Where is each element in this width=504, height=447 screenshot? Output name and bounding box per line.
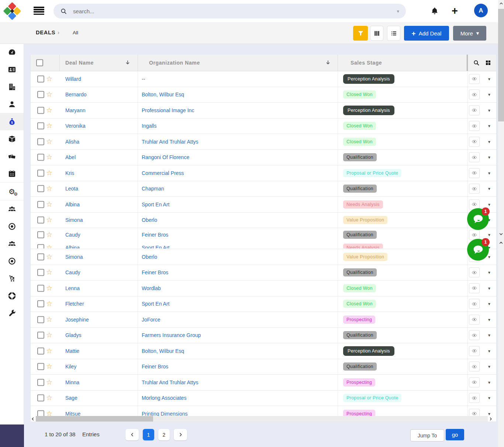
sort-arrow-organization-icon[interactable] [325,60,331,66]
row-checkbox[interactable] [37,316,44,323]
row-checkbox[interactable] [37,91,44,98]
row-actions-caret-icon[interactable]: ▼ [487,140,491,144]
hscroll-track[interactable] [36,416,488,422]
organization-link[interactable]: Oberlo [142,254,157,260]
app-logo[interactable] [4,3,21,20]
scroll-chevron-down-icon[interactable] [498,231,504,237]
organization-link[interactable]: JoForce [142,317,160,323]
organization-link[interactable]: Sport En Art [142,301,169,307]
row-checkbox[interactable] [37,201,44,208]
eye-icon[interactable] [469,152,480,162]
sidebar-item-cart[interactable] [0,270,24,287]
row-checkbox[interactable] [37,332,44,339]
organization-link[interactable]: Truhlar And Truhlar Attys [142,379,199,385]
deal-link[interactable]: Caudy [65,269,80,275]
column-header-organization-name[interactable]: Organization Name [149,60,200,66]
row-checkbox[interactable] [37,244,44,249]
user-avatar[interactable]: A [474,4,488,17]
horizontal-scrollbar[interactable] [31,416,493,422]
vscroll-up-arrow-icon[interactable] [498,1,504,6]
sidebar-item-users-group[interactable] [0,200,24,218]
star-icon[interactable]: ☆ [46,216,52,223]
deal-link[interactable]: Minna [65,379,79,385]
row-checkbox[interactable] [37,217,44,224]
star-icon[interactable]: ☆ [46,253,52,260]
eye-icon[interactable] [469,314,480,324]
star-icon[interactable]: ☆ [46,394,52,401]
row-checkbox[interactable] [37,75,44,82]
star-icon[interactable]: ☆ [46,331,52,338]
sidebar-item-products[interactable] [0,130,24,148]
hscroll-left-arrow-icon[interactable] [31,416,35,422]
column-header-deal-name[interactable]: Deal Name [65,60,94,66]
row-checkbox[interactable] [37,253,44,260]
sort-arrow-deal-icon[interactable] [125,60,131,66]
previous-page-button[interactable] [125,429,139,440]
row-checkbox[interactable] [37,138,44,145]
eye-icon[interactable] [469,121,480,131]
eye-icon[interactable] [469,377,480,387]
vertical-scrollbar[interactable] [498,0,504,447]
sidebar-item-settings-gears[interactable]: ⚙⚙ [0,182,24,200]
organization-link[interactable]: Sport En Art [142,245,169,248]
sidebar-item-calendar[interactable] [0,165,24,182]
sidebar-item-target[interactable] [0,218,24,235]
sidebar-item-organizations[interactable] [0,78,24,96]
row-actions-caret-icon[interactable]: ▼ [487,187,491,191]
grid-view-icon[interactable] [485,59,491,66]
next-page-button[interactable] [174,429,187,440]
more-button[interactable]: More ▾ [453,26,486,41]
row-actions-caret-icon[interactable]: ▼ [487,93,491,97]
deal-link[interactable]: Albina [65,202,80,207]
row-actions-caret-icon[interactable]: ▼ [487,233,491,237]
row-actions-caret-icon[interactable]: ▼ [487,333,491,337]
deal-link[interactable]: Caudy [65,232,80,238]
deal-link[interactable]: Lenna [65,285,80,291]
eye-icon[interactable] [469,283,480,293]
filter-button[interactable] [353,26,368,41]
deal-link[interactable]: Maryann [65,107,85,113]
star-icon[interactable]: ☆ [46,244,52,248]
row-checkbox[interactable] [37,395,44,402]
organization-link[interactable]: Truhlar And Truhlar Attys [142,139,199,145]
row-checkbox[interactable] [37,285,44,292]
notifications-bell-icon[interactable] [430,6,439,16]
deal-link[interactable]: Abel [65,154,76,160]
search-scope-caret-icon[interactable]: ▾ [397,8,399,14]
row-actions-caret-icon[interactable]: ▼ [487,412,491,416]
deal-link[interactable]: Mattie [65,348,79,354]
scroll-chevron-up-icon[interactable] [498,240,504,246]
star-icon[interactable]: ☆ [46,107,52,114]
organization-link[interactable]: Wordlab [142,285,161,291]
eye-icon[interactable] [469,74,480,84]
deal-link[interactable]: Albina [65,245,80,248]
hscroll-thumb[interactable] [36,416,153,422]
row-actions-caret-icon[interactable]: ▼ [487,202,491,206]
organization-link[interactable]: Chapman [142,186,164,192]
deal-link[interactable]: Josephine [65,317,89,323]
sidebar-item-quotes[interactable] [0,148,24,165]
row-checkbox[interactable] [37,231,44,238]
organization-link[interactable]: Feiner Bros [142,232,168,238]
organization-link[interactable]: Bolton, Wilbur Esq [142,348,184,354]
deal-link[interactable]: Fletcher [65,301,84,307]
hscroll-right-arrow-icon[interactable] [489,416,493,422]
eye-icon[interactable] [469,268,480,278]
eye-icon[interactable] [469,184,480,194]
page-button-2[interactable]: 2 [158,429,170,440]
sidebar-item-leads[interactable] [0,96,24,113]
star-icon[interactable]: ☆ [46,347,52,354]
organization-link[interactable]: Ingalls [142,123,156,129]
row-checkbox[interactable] [37,300,44,307]
list-view-button[interactable] [387,26,400,41]
sidebar-item-target2[interactable] [0,252,24,270]
eye-icon[interactable] [469,90,480,100]
deal-link[interactable]: Bernardo [65,92,87,97]
add-deal-button[interactable]: + Add Deal [404,26,449,41]
row-actions-caret-icon[interactable]: ▼ [487,396,491,400]
eye-icon[interactable] [469,168,480,178]
quick-create-plus-icon[interactable]: + [452,4,458,17]
organization-link[interactable]: Sport En Art [142,202,169,207]
sidebar-item-users-group2[interactable] [0,235,24,252]
row-actions-caret-icon[interactable]: ▼ [487,380,491,384]
